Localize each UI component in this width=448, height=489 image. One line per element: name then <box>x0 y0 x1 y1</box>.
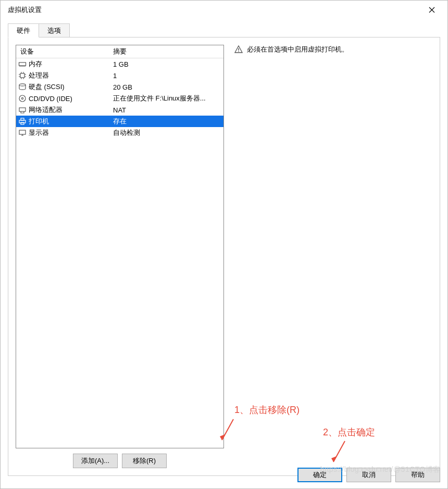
svg-rect-11 <box>238 51 239 52</box>
cpu-icon <box>18 71 27 80</box>
device-label: 网络适配器 <box>29 105 110 115</box>
device-label: CD/DVD (IDE) <box>29 95 110 103</box>
info-message-row: 必须在首选项中启用虚拟打印机。 <box>234 45 432 54</box>
dialog-body: 硬件 选项 设备 摘要 内存1 GB处理器1硬盘 (SCSI)20 GBCD/D… <box>1 19 447 488</box>
header-summary: 摘要 <box>110 47 223 56</box>
device-summary: 自动检测 <box>110 128 223 137</box>
svg-rect-1 <box>20 73 24 78</box>
help-button[interactable]: 帮助 <box>395 468 440 482</box>
svg-rect-7 <box>21 118 24 120</box>
svg-rect-9 <box>19 130 26 134</box>
device-summary: 1 <box>110 72 223 80</box>
tab-options[interactable]: 选项 <box>39 23 70 37</box>
device-summary: NAT <box>110 106 223 114</box>
vm-settings-dialog: 虚拟机设置 硬件 选项 设备 摘要 内存1 GB处理器1硬盘 (SCSI)20 … <box>0 0 448 489</box>
close-icon <box>429 7 435 13</box>
svg-rect-5 <box>19 108 26 111</box>
printer-icon <box>18 117 27 126</box>
device-list[interactable]: 设备 摘要 内存1 GB处理器1硬盘 (SCSI)20 GBCD/DVD (ID… <box>16 45 224 448</box>
device-summary: 1 GB <box>110 60 223 68</box>
warning-icon <box>234 45 243 54</box>
footer-buttons: 确定 取消 帮助 <box>297 468 440 482</box>
list-header: 设备 摘要 <box>16 45 223 58</box>
svg-rect-0 <box>19 62 26 66</box>
title-bar: 虚拟机设置 <box>1 1 447 19</box>
remove-button[interactable]: 移除(R) <box>122 454 167 468</box>
close-button[interactable] <box>421 2 442 18</box>
device-summary: 存在 <box>110 117 223 126</box>
svg-point-4 <box>21 97 23 99</box>
list-buttons: 添加(A)... 移除(R) <box>16 454 224 468</box>
tab-hardware[interactable]: 硬件 <box>8 23 39 37</box>
svg-point-2 <box>19 84 26 86</box>
list-item[interactable]: 处理器1 <box>16 70 223 81</box>
list-item[interactable]: 显示器自动检测 <box>16 127 223 139</box>
list-item[interactable]: 打印机存在 <box>16 116 223 127</box>
device-label: 打印机 <box>29 117 110 126</box>
add-button[interactable]: 添加(A)... <box>73 454 118 468</box>
tab-bar: 硬件 选项 <box>8 23 440 37</box>
device-label: 硬盘 (SCSI) <box>29 82 110 92</box>
nic-icon <box>18 106 27 114</box>
svg-rect-10 <box>238 48 239 51</box>
device-summary: 正在使用文件 F:\Linux服务器... <box>110 94 223 103</box>
detail-pane: 必须在首选项中启用虚拟打印机。 <box>224 45 432 468</box>
cd-icon <box>18 94 27 103</box>
info-message-text: 必须在首选项中启用虚拟打印机。 <box>247 45 349 54</box>
list-item[interactable]: CD/DVD (IDE)正在使用文件 F:\Linux服务器... <box>16 93 223 104</box>
display-icon <box>18 129 27 137</box>
device-summary: 20 GB <box>110 83 223 91</box>
device-pane: 设备 摘要 内存1 GB处理器1硬盘 (SCSI)20 GBCD/DVD (ID… <box>16 45 224 468</box>
device-label: 显示器 <box>29 128 110 137</box>
tab-content: 设备 摘要 内存1 GB处理器1硬盘 (SCSI)20 GBCD/DVD (ID… <box>8 37 440 476</box>
device-label: 内存 <box>29 59 110 69</box>
list-item[interactable]: 硬盘 (SCSI)20 GB <box>16 81 223 93</box>
ok-button[interactable]: 确定 <box>297 468 342 482</box>
svg-point-3 <box>19 95 26 102</box>
header-device: 设备 <box>16 47 110 56</box>
disk-icon <box>18 83 27 91</box>
memory-icon <box>18 60 27 68</box>
dialog-title: 虚拟机设置 <box>8 5 42 15</box>
device-label: 处理器 <box>29 71 110 80</box>
list-item[interactable]: 网络适配器NAT <box>16 104 223 116</box>
cancel-button[interactable]: 取消 <box>346 468 391 482</box>
list-item[interactable]: 内存1 GB <box>16 58 223 70</box>
